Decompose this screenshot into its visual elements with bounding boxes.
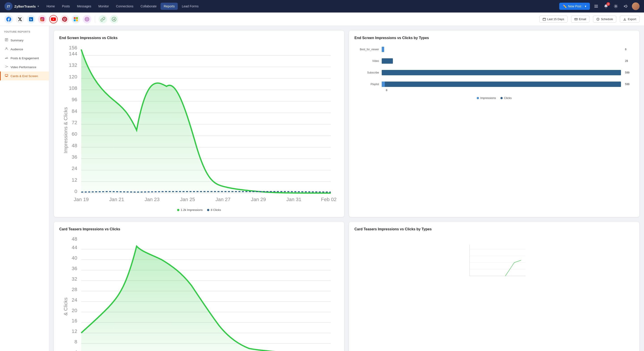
social-discord[interactable]: d [110,15,118,23]
bar-impressions-dot [477,97,479,99]
schedule-button[interactable]: Schedule [593,16,616,22]
impressions-legend-item: 1.2k Impressions [177,208,202,212]
nav-messages[interactable]: Messages [74,3,94,10]
social-youtube[interactable] [49,15,58,23]
svg-text:144: 144 [69,51,77,56]
social-twitter[interactable] [16,15,24,23]
settings-icon[interactable] [612,3,620,10]
export-button[interactable]: Export [620,16,640,22]
social-instagram[interactable] [38,15,46,23]
bar-value-playlist: 599 [625,83,632,86]
video-icon [5,65,8,69]
svg-rect-2 [594,5,598,5]
bar-fill-bestforviewer [382,47,384,52]
svg-text:36: 36 [72,266,77,271]
svg-text:96: 96 [72,97,77,102]
notification-icon[interactable]: 2 [602,3,610,10]
brand-name: ZylkerTravels [14,4,36,8]
cards-icon [5,74,8,78]
menu-icon[interactable] [592,3,600,10]
bar-actions: Last 15 Days Email Schedule Export [539,16,640,22]
card-teasers-bar-chart-empty [354,236,634,285]
svg-text:d: d [113,18,115,20]
svg-rect-13 [74,19,76,21]
svg-text:40: 40 [72,255,77,261]
sidebar-item-posts[interactable]: Posts & Engagement [0,54,49,62]
sidebar-item-video[interactable]: Video Performance [0,62,49,71]
social-icons: d [4,15,118,23]
sidebar-label-audience: Audience [10,47,23,51]
bar-label-subscribe: Subscribe [357,71,379,74]
card-teasers-bar-chart-title: Card Teasers Impressions vs Clicks by Ty… [354,227,634,231]
sidebar: YOUTUBE REPORTS Summary Audience Posts &… [0,26,49,351]
end-screen-bar-chart: Best_for_viewer 6 Video 28 [354,47,634,92]
svg-point-5 [606,7,606,8]
nav-connections[interactable]: Connections [113,3,137,10]
bar-track-playlist [382,81,621,87]
svg-text:12: 12 [72,329,77,334]
summary-icon [5,38,8,42]
date-range-button[interactable]: Last 15 Days [539,16,568,22]
megaphone-icon[interactable] [622,3,629,10]
svg-rect-8 [40,17,44,21]
svg-text:44: 44 [72,245,77,251]
nav-posts[interactable]: Posts [59,3,73,10]
svg-text:4: 4 [74,350,77,351]
bar-clicks-legend: Clicks [500,96,512,100]
sidebar-item-audience[interactable]: Audience [0,45,49,54]
svg-text:20: 20 [72,308,77,313]
social-bar: d Last 15 Days Email Schedule Export [0,12,644,26]
sidebar-item-summary[interactable]: Summary [0,36,49,45]
svg-text:48: 48 [72,143,77,148]
nav-reports[interactable]: Reports [160,3,178,10]
social-threads[interactable] [83,15,91,23]
social-facebook[interactable] [4,15,13,23]
nav-actions: ✏️ New Post ▾ 2 [559,2,640,10]
charts-grid: End Screen Impressions vs Clicks 0 12 24… [54,30,640,351]
svg-text:& Clicks: & Clicks [63,298,68,316]
svg-text:16: 16 [72,318,77,324]
social-microsoft[interactable] [72,15,80,23]
svg-point-10 [43,18,44,18]
social-pinterest[interactable] [60,15,69,23]
svg-text:120: 120 [69,74,77,79]
svg-point-6 [615,5,616,7]
svg-text:156: 156 [69,45,77,50]
content-area: End Screen Impressions vs Clicks 0 12 24… [49,26,644,351]
separator [95,16,95,22]
end-screen-legend: 1.2k Impressions 8 Clicks [59,208,339,212]
bar-fill-playlist-impressions [382,81,621,87]
bar-label-playlist: Playlist [357,83,379,86]
svg-rect-12 [76,17,78,19]
nav-monitor[interactable]: Monitor [95,3,112,10]
svg-text:12: 12 [72,177,77,183]
svg-text:24: 24 [72,297,77,303]
social-chain[interactable] [98,15,107,23]
svg-text:Jan 25: Jan 25 [180,197,195,202]
bar-row-bestforviewer: Best_for_viewer 6 [357,47,632,52]
svg-text:28: 28 [72,287,77,292]
svg-point-17 [86,19,88,20]
bar-label-bestforviewer: Best_for_viewer [357,48,379,51]
audience-icon [5,47,8,51]
nav-lead-forms[interactable]: Lead Forms [179,3,202,10]
nav-home[interactable]: Home [44,3,58,10]
nav-collaborate[interactable]: Collaborate [138,3,160,10]
new-post-button[interactable]: ✏️ New Post ▾ [559,3,590,10]
svg-text:132: 132 [69,62,77,68]
sidebar-item-cards[interactable]: Cards & End Screen [0,71,49,80]
clicks-legend-item: 8 Clicks [207,208,221,212]
new-post-chevron-icon: ▾ [583,4,586,8]
avatar[interactable] [632,2,640,10]
email-button[interactable]: Email [571,16,590,22]
svg-text:Jan 23: Jan 23 [145,197,160,202]
brand[interactable]: ZT ZylkerTravels ▾ [4,2,39,10]
end-screen-line-chart-card: End Screen Impressions vs Clicks 0 12 24… [54,30,344,217]
svg-text:36: 36 [72,154,77,160]
bar-value-bestforviewer: 6 [625,48,632,51]
svg-rect-4 [594,7,598,7]
social-linkedin[interactable] [27,15,35,23]
bar-track-video [382,58,621,64]
impressions-dot [177,209,179,211]
bar-row-playlist: Playlist 599 [357,81,632,87]
